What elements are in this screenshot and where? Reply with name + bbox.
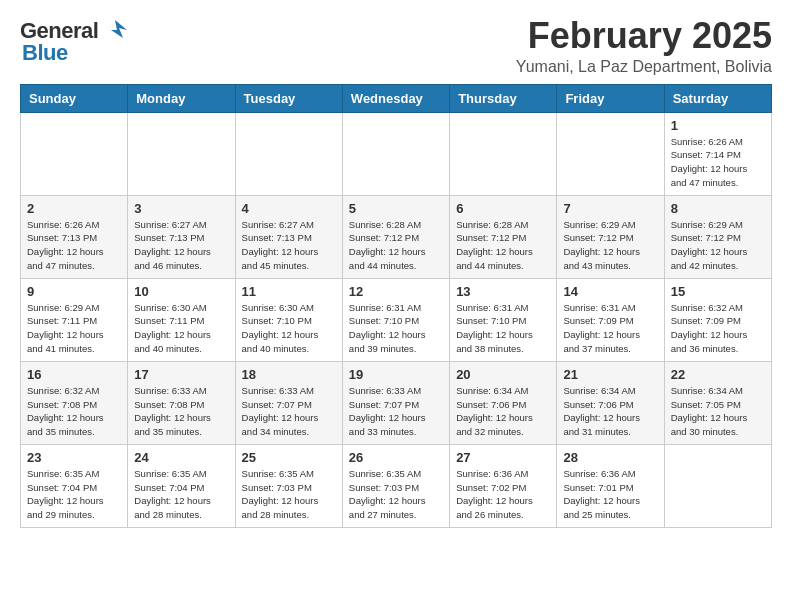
day-number: 14 bbox=[563, 284, 657, 299]
table-row: 12Sunrise: 6:31 AM Sunset: 7:10 PM Dayli… bbox=[342, 278, 449, 361]
logo: General Blue bbox=[20, 16, 129, 66]
col-wednesday: Wednesday bbox=[342, 84, 449, 112]
calendar-week-row: 9Sunrise: 6:29 AM Sunset: 7:11 PM Daylig… bbox=[21, 278, 772, 361]
table-row: 13Sunrise: 6:31 AM Sunset: 7:10 PM Dayli… bbox=[450, 278, 557, 361]
day-info: Sunrise: 6:33 AM Sunset: 7:08 PM Dayligh… bbox=[134, 384, 228, 439]
table-row: 28Sunrise: 6:36 AM Sunset: 7:01 PM Dayli… bbox=[557, 444, 664, 527]
table-row bbox=[21, 112, 128, 195]
day-info: Sunrise: 6:35 AM Sunset: 7:04 PM Dayligh… bbox=[134, 467, 228, 522]
table-row: 21Sunrise: 6:34 AM Sunset: 7:06 PM Dayli… bbox=[557, 361, 664, 444]
table-row: 22Sunrise: 6:34 AM Sunset: 7:05 PM Dayli… bbox=[664, 361, 771, 444]
table-row: 27Sunrise: 6:36 AM Sunset: 7:02 PM Dayli… bbox=[450, 444, 557, 527]
day-info: Sunrise: 6:33 AM Sunset: 7:07 PM Dayligh… bbox=[349, 384, 443, 439]
day-number: 28 bbox=[563, 450, 657, 465]
table-row: 2Sunrise: 6:26 AM Sunset: 7:13 PM Daylig… bbox=[21, 195, 128, 278]
day-number: 6 bbox=[456, 201, 550, 216]
table-row: 18Sunrise: 6:33 AM Sunset: 7:07 PM Dayli… bbox=[235, 361, 342, 444]
day-number: 7 bbox=[563, 201, 657, 216]
table-row: 24Sunrise: 6:35 AM Sunset: 7:04 PM Dayli… bbox=[128, 444, 235, 527]
day-number: 13 bbox=[456, 284, 550, 299]
day-number: 25 bbox=[242, 450, 336, 465]
month-title: February 2025 bbox=[516, 16, 772, 56]
title-block: February 2025 Yumani, La Paz Department,… bbox=[516, 16, 772, 76]
col-sunday: Sunday bbox=[21, 84, 128, 112]
day-info: Sunrise: 6:29 AM Sunset: 7:12 PM Dayligh… bbox=[563, 218, 657, 273]
calendar-week-row: 23Sunrise: 6:35 AM Sunset: 7:04 PM Dayli… bbox=[21, 444, 772, 527]
day-number: 26 bbox=[349, 450, 443, 465]
day-number: 15 bbox=[671, 284, 765, 299]
day-number: 27 bbox=[456, 450, 550, 465]
table-row: 16Sunrise: 6:32 AM Sunset: 7:08 PM Dayli… bbox=[21, 361, 128, 444]
day-number: 8 bbox=[671, 201, 765, 216]
table-row: 5Sunrise: 6:28 AM Sunset: 7:12 PM Daylig… bbox=[342, 195, 449, 278]
day-number: 20 bbox=[456, 367, 550, 382]
col-monday: Monday bbox=[128, 84, 235, 112]
page: General Blue February 2025 Yumani, La Pa… bbox=[0, 0, 792, 544]
day-number: 12 bbox=[349, 284, 443, 299]
table-row: 20Sunrise: 6:34 AM Sunset: 7:06 PM Dayli… bbox=[450, 361, 557, 444]
table-row bbox=[450, 112, 557, 195]
table-row: 23Sunrise: 6:35 AM Sunset: 7:04 PM Dayli… bbox=[21, 444, 128, 527]
table-row: 7Sunrise: 6:29 AM Sunset: 7:12 PM Daylig… bbox=[557, 195, 664, 278]
col-friday: Friday bbox=[557, 84, 664, 112]
table-row: 6Sunrise: 6:28 AM Sunset: 7:12 PM Daylig… bbox=[450, 195, 557, 278]
day-number: 21 bbox=[563, 367, 657, 382]
calendar-table: Sunday Monday Tuesday Wednesday Thursday… bbox=[20, 84, 772, 528]
day-info: Sunrise: 6:36 AM Sunset: 7:01 PM Dayligh… bbox=[563, 467, 657, 522]
day-info: Sunrise: 6:33 AM Sunset: 7:07 PM Dayligh… bbox=[242, 384, 336, 439]
day-info: Sunrise: 6:35 AM Sunset: 7:04 PM Dayligh… bbox=[27, 467, 121, 522]
day-info: Sunrise: 6:26 AM Sunset: 7:13 PM Dayligh… bbox=[27, 218, 121, 273]
day-number: 17 bbox=[134, 367, 228, 382]
table-row: 3Sunrise: 6:27 AM Sunset: 7:13 PM Daylig… bbox=[128, 195, 235, 278]
table-row: 15Sunrise: 6:32 AM Sunset: 7:09 PM Dayli… bbox=[664, 278, 771, 361]
table-row bbox=[235, 112, 342, 195]
day-info: Sunrise: 6:36 AM Sunset: 7:02 PM Dayligh… bbox=[456, 467, 550, 522]
day-info: Sunrise: 6:27 AM Sunset: 7:13 PM Dayligh… bbox=[134, 218, 228, 273]
col-thursday: Thursday bbox=[450, 84, 557, 112]
day-number: 4 bbox=[242, 201, 336, 216]
day-number: 24 bbox=[134, 450, 228, 465]
col-saturday: Saturday bbox=[664, 84, 771, 112]
day-info: Sunrise: 6:31 AM Sunset: 7:10 PM Dayligh… bbox=[349, 301, 443, 356]
day-info: Sunrise: 6:35 AM Sunset: 7:03 PM Dayligh… bbox=[349, 467, 443, 522]
day-number: 16 bbox=[27, 367, 121, 382]
table-row bbox=[128, 112, 235, 195]
day-info: Sunrise: 6:27 AM Sunset: 7:13 PM Dayligh… bbox=[242, 218, 336, 273]
day-number: 2 bbox=[27, 201, 121, 216]
table-row: 11Sunrise: 6:30 AM Sunset: 7:10 PM Dayli… bbox=[235, 278, 342, 361]
day-info: Sunrise: 6:35 AM Sunset: 7:03 PM Dayligh… bbox=[242, 467, 336, 522]
day-info: Sunrise: 6:28 AM Sunset: 7:12 PM Dayligh… bbox=[349, 218, 443, 273]
day-number: 19 bbox=[349, 367, 443, 382]
day-number: 23 bbox=[27, 450, 121, 465]
day-info: Sunrise: 6:31 AM Sunset: 7:10 PM Dayligh… bbox=[456, 301, 550, 356]
day-number: 22 bbox=[671, 367, 765, 382]
table-row: 1Sunrise: 6:26 AM Sunset: 7:14 PM Daylig… bbox=[664, 112, 771, 195]
day-info: Sunrise: 6:26 AM Sunset: 7:14 PM Dayligh… bbox=[671, 135, 765, 190]
table-row bbox=[557, 112, 664, 195]
day-info: Sunrise: 6:30 AM Sunset: 7:11 PM Dayligh… bbox=[134, 301, 228, 356]
table-row: 17Sunrise: 6:33 AM Sunset: 7:08 PM Dayli… bbox=[128, 361, 235, 444]
location-title: Yumani, La Paz Department, Bolivia bbox=[516, 58, 772, 76]
day-number: 10 bbox=[134, 284, 228, 299]
day-info: Sunrise: 6:31 AM Sunset: 7:09 PM Dayligh… bbox=[563, 301, 657, 356]
col-tuesday: Tuesday bbox=[235, 84, 342, 112]
svg-marker-0 bbox=[111, 20, 127, 38]
day-info: Sunrise: 6:34 AM Sunset: 7:05 PM Dayligh… bbox=[671, 384, 765, 439]
table-row: 8Sunrise: 6:29 AM Sunset: 7:12 PM Daylig… bbox=[664, 195, 771, 278]
logo-blue-text: Blue bbox=[22, 40, 68, 66]
day-info: Sunrise: 6:30 AM Sunset: 7:10 PM Dayligh… bbox=[242, 301, 336, 356]
day-info: Sunrise: 6:34 AM Sunset: 7:06 PM Dayligh… bbox=[456, 384, 550, 439]
day-info: Sunrise: 6:28 AM Sunset: 7:12 PM Dayligh… bbox=[456, 218, 550, 273]
day-info: Sunrise: 6:32 AM Sunset: 7:08 PM Dayligh… bbox=[27, 384, 121, 439]
table-row bbox=[664, 444, 771, 527]
table-row: 14Sunrise: 6:31 AM Sunset: 7:09 PM Dayli… bbox=[557, 278, 664, 361]
table-row: 9Sunrise: 6:29 AM Sunset: 7:11 PM Daylig… bbox=[21, 278, 128, 361]
day-number: 9 bbox=[27, 284, 121, 299]
day-info: Sunrise: 6:32 AM Sunset: 7:09 PM Dayligh… bbox=[671, 301, 765, 356]
header: General Blue February 2025 Yumani, La Pa… bbox=[20, 16, 772, 76]
calendar-header-row: Sunday Monday Tuesday Wednesday Thursday… bbox=[21, 84, 772, 112]
table-row: 25Sunrise: 6:35 AM Sunset: 7:03 PM Dayli… bbox=[235, 444, 342, 527]
table-row: 19Sunrise: 6:33 AM Sunset: 7:07 PM Dayli… bbox=[342, 361, 449, 444]
logo-bird-icon bbox=[100, 16, 129, 44]
day-number: 3 bbox=[134, 201, 228, 216]
